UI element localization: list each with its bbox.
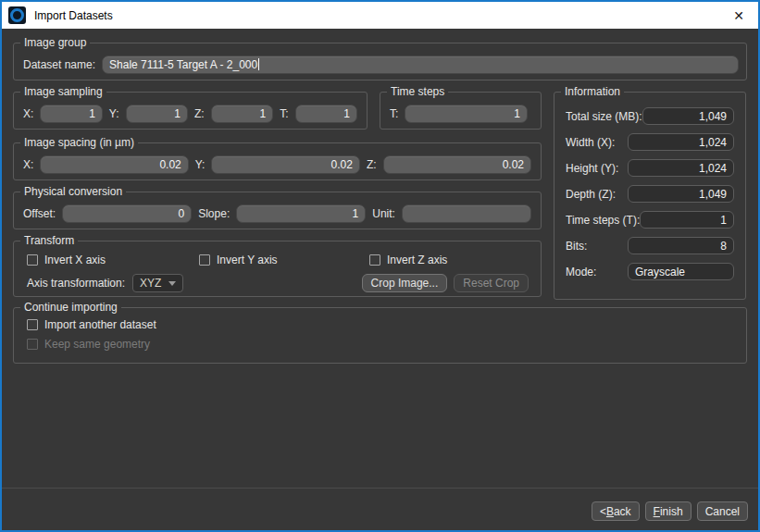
info-row-height: Height (Y): 1,024: [566, 159, 734, 177]
sampling-y-input[interactable]: 1: [126, 105, 188, 123]
time-steps-section: Time steps T: 1: [380, 92, 542, 130]
slope-label: Slope:: [198, 207, 230, 220]
dataset-name-row: Dataset name: Shale 7111-5 Target A - 2_…: [14, 43, 746, 80]
image-group-section: Image group Dataset name: Shale 7111-5 T…: [13, 43, 747, 80]
checkbox-icon: [199, 254, 210, 266]
sampling-t-input[interactable]: 1: [295, 105, 357, 123]
transform-title: Transform: [20, 234, 78, 248]
axis-transformation-value: XYZ: [140, 277, 161, 290]
sampling-y-label: Y:: [109, 107, 119, 120]
image-sampling-section: Image sampling X: 1 Y: 1 Z: 1 T: 1: [13, 92, 368, 130]
finish-button-accelerator: F: [654, 505, 660, 518]
width-label: Width (X):: [566, 136, 615, 149]
info-row-depth: Depth (Z): 1,049: [566, 185, 734, 203]
axis-transformation-label: Axis transformation:: [27, 277, 125, 290]
info-row-time-steps: Time steps (T): 1: [566, 211, 734, 229]
footer-separator: [2, 488, 758, 489]
text-caret: [258, 58, 259, 70]
mode-label: Mode:: [566, 266, 596, 278]
dataset-name-value: Shale 7111-5 Target A - 2_000: [109, 58, 257, 71]
sampling-t-label: T:: [280, 107, 288, 120]
mode-value: Grayscale: [628, 263, 734, 280]
info-row-bits: Bits: 8: [566, 237, 734, 254]
spacing-z-label: Z:: [367, 158, 377, 171]
back-button-prefix: <: [600, 505, 606, 518]
finish-button-rest: inish: [660, 505, 683, 518]
image-sampling-title: Image sampling: [20, 85, 106, 99]
checkbox-icon: [27, 254, 38, 266]
physical-conversion-title: Physical conversion: [20, 185, 126, 199]
invert-x-axis-checkbox[interactable]: Invert X axis: [27, 254, 106, 266]
cancel-button[interactable]: Cancel: [697, 501, 748, 521]
dialog-body: Image group Dataset name: Shale 7111-5 T…: [2, 29, 758, 530]
info-time-steps-value: 1: [640, 211, 734, 229]
slope-input[interactable]: 1: [236, 204, 366, 223]
keep-same-geometry-checkbox: Keep same geometry: [27, 338, 150, 351]
checkbox-icon: [27, 339, 38, 350]
height-value: 1,024: [628, 159, 734, 177]
import-another-dataset-checkbox[interactable]: Import another dataset: [27, 318, 156, 331]
depth-label: Depth (Z):: [566, 188, 616, 201]
spacing-z-input[interactable]: 0.02: [383, 155, 531, 174]
information-title: Information: [561, 85, 624, 99]
app-logo-ring-icon: [10, 8, 24, 22]
info-row-width: Width (X): 1,024: [566, 133, 734, 151]
dataset-name-input[interactable]: Shale 7111-5 Target A - 2_000: [102, 56, 739, 74]
checkbox-icon: [27, 319, 38, 330]
titlebar: Import Datasets ✕: [2, 2, 758, 29]
time-steps-title: Time steps: [387, 85, 448, 99]
spacing-x-input[interactable]: 0.02: [40, 155, 188, 174]
bits-label: Bits:: [566, 240, 587, 253]
time-steps-t-label: T:: [390, 107, 398, 120]
depth-value: 1,049: [628, 185, 734, 203]
close-button[interactable]: ✕: [719, 2, 758, 29]
image-group-title: Image group: [20, 36, 90, 50]
total-size-value: 1,049: [642, 107, 734, 125]
image-spacing-section: Image spacing (in µm) X: 0.02 Y: 0.02 Z:…: [13, 142, 542, 180]
back-button-accelerator: B: [606, 505, 614, 518]
bits-value: 8: [628, 237, 734, 254]
offset-label: Offset:: [23, 207, 56, 220]
information-section: Information Total size (MB): 1,049 Width…: [554, 92, 746, 300]
reset-crop-button: Reset Crop: [454, 274, 529, 292]
image-spacing-title: Image spacing (in µm): [20, 136, 138, 150]
axis-transformation-dropdown[interactable]: XYZ: [132, 274, 183, 292]
crop-image-button[interactable]: Crop Image...: [362, 274, 448, 292]
sampling-x-input[interactable]: 1: [40, 105, 102, 123]
spacing-y-input[interactable]: 0.02: [211, 155, 359, 174]
footer-buttons: < B ack F inish Cancel: [592, 501, 748, 521]
info-row-total-size: Total size (MB): 1,049: [566, 107, 734, 125]
keep-same-geometry-label: Keep same geometry: [44, 338, 150, 351]
spacing-y-label: Y:: [195, 158, 206, 171]
physical-conversion-section: Physical conversion Offset: 0 Slope: 1 U…: [13, 192, 542, 229]
info-time-steps-label: Time steps (T):: [566, 214, 640, 227]
spacing-x-label: X:: [23, 158, 33, 171]
invert-z-axis-checkbox[interactable]: Invert Z axis: [369, 254, 447, 266]
import-datasets-dialog: Import Datasets ✕ Image group Dataset na…: [0, 0, 760, 532]
transform-section: Transform Invert X axis Invert Y axis In…: [13, 241, 542, 297]
unit-label: Unit:: [372, 207, 395, 220]
invert-z-axis-label: Invert Z axis: [387, 254, 447, 266]
sampling-z-input[interactable]: 1: [211, 105, 273, 123]
info-row-mode: Mode: Grayscale: [566, 263, 734, 280]
chevron-down-icon: [168, 281, 176, 286]
sampling-z-label: Z:: [194, 107, 205, 120]
axis-transformation-row: Axis transformation: XYZ: [27, 274, 183, 292]
window-title: Import Datasets: [34, 9, 113, 22]
dataset-name-label: Dataset name:: [23, 58, 95, 71]
unit-input[interactable]: [402, 204, 531, 223]
close-icon: ✕: [733, 8, 744, 23]
offset-input[interactable]: 0: [62, 204, 192, 223]
crop-buttons-row: Crop Image... Reset Crop: [362, 274, 529, 292]
width-value: 1,024: [628, 133, 734, 151]
information-rows: Total size (MB): 1,049 Width (X): 1,024 …: [554, 93, 745, 280]
checkbox-icon: [369, 254, 380, 266]
invert-y-axis-checkbox[interactable]: Invert Y axis: [199, 254, 278, 266]
time-steps-t-input[interactable]: 1: [405, 105, 528, 123]
continue-importing-section: Continue importing Import another datase…: [13, 307, 747, 364]
continue-importing-title: Continue importing: [20, 301, 121, 315]
finish-button[interactable]: F inish: [645, 501, 691, 521]
sampling-x-label: X:: [23, 107, 33, 120]
import-another-dataset-label: Import another dataset: [44, 318, 156, 331]
back-button[interactable]: < B ack: [592, 501, 640, 521]
